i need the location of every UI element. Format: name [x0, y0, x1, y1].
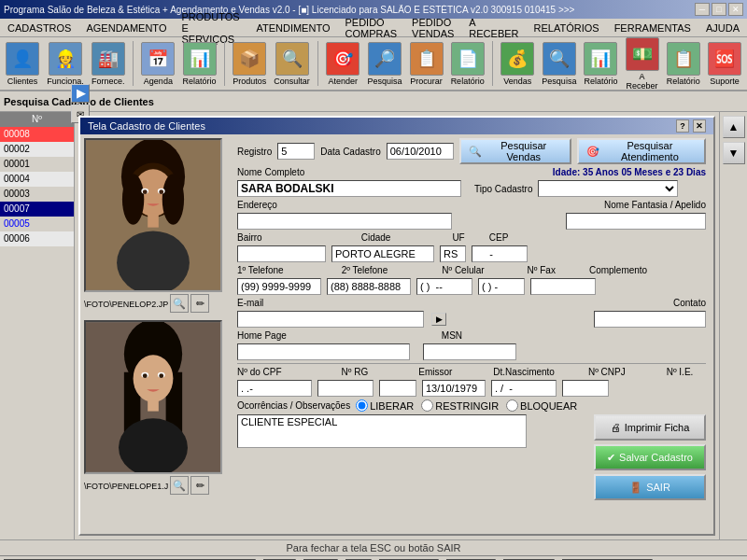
list-item[interactable]: 00002: [0, 142, 74, 157]
uf-input[interactable]: [440, 245, 466, 262]
toolbar-a-receber[interactable]: 💵 A Receber: [624, 35, 661, 92]
list-item[interactable]: 00006: [0, 231, 74, 246]
menu-atendimento[interactable]: ATENDIMENTO: [252, 21, 333, 35]
menu-ajuda[interactable]: AJUDA: [702, 21, 743, 35]
radio-bloquear-input[interactable]: [506, 399, 518, 412]
list-item[interactable]: 00008: [0, 127, 74, 142]
rg-input[interactable]: [317, 380, 374, 397]
toolbar-vendas[interactable]: 💰 Vendas: [499, 40, 536, 88]
ie-label: Nº I.E.: [667, 367, 694, 377]
nome-input[interactable]: [237, 180, 461, 197]
menu-relatorios[interactable]: RELATÓRIOS: [530, 21, 603, 35]
registro-input[interactable]: [277, 143, 315, 160]
app-title: Programa Salão de Beleza & Estética + Ag…: [4, 5, 574, 15]
radio-bloquear[interactable]: BLOQUEAR: [506, 399, 577, 412]
toolbar-fornecedores-label: Fornece.: [92, 77, 125, 86]
toolbar-atender[interactable]: 🎯 Atender: [324, 40, 361, 88]
email-input[interactable]: [237, 311, 424, 328]
cpf-input[interactable]: [237, 380, 312, 397]
pesquisar-vendas-label: Pesquisar Vendas: [486, 140, 562, 162]
photo1-browse-button[interactable]: 🔍: [170, 294, 189, 313]
endereco-input[interactable]: [237, 213, 452, 230]
menu-pedido-compras[interactable]: PEDIDO COMPRAS: [341, 15, 401, 41]
radio-liberar[interactable]: LIBERAR: [356, 399, 414, 412]
emissor-input[interactable]: [379, 380, 416, 397]
toolbar-consultar[interactable]: 🔍 Consultar: [272, 40, 312, 88]
toolbar-agenda[interactable]: 📅 Agenda: [139, 40, 176, 88]
list-item[interactable]: 00005: [0, 217, 74, 231]
photo1-box: [84, 138, 222, 292]
dialog-close-button[interactable]: ✕: [693, 119, 706, 133]
list-header: Nº: [0, 112, 74, 127]
toolbar-relatorio4[interactable]: 📋 Relatório: [665, 40, 702, 88]
photo2-path: \FOTO\PENELOPE1.J: [84, 482, 168, 491]
menu-pedido-vendas[interactable]: PEDIDO VENDAS: [408, 15, 458, 41]
toolbar-clientes[interactable]: 👤 Clientes: [4, 40, 41, 88]
tel1-input[interactable]: [237, 278, 321, 295]
toolbar-pesquisa1-label: Pesquisa: [367, 77, 402, 86]
cidade-input[interactable]: [331, 245, 434, 262]
photo2-browse-button[interactable]: 🔍: [170, 476, 189, 495]
nav-end-btn[interactable]: ✉: [71, 112, 75, 123]
toolbar-procurar[interactable]: 📋 Procurar: [407, 40, 444, 88]
obs-area: CLIENTE ESPECIAL: [237, 414, 581, 448]
salvar-cadastro-button[interactable]: ✔ Salvar Cadastro: [594, 444, 706, 470]
dialog-help-button[interactable]: ?: [676, 119, 689, 133]
toolbar-relatorio1[interactable]: 📊 Relatório: [180, 40, 218, 88]
menu-cadastros[interactable]: CADASTROS: [4, 21, 75, 35]
tipo-cadastro-select[interactable]: [538, 180, 678, 197]
pesquisar-vendas-button[interactable]: 🔍 Pesquisar Vendas: [459, 138, 571, 164]
complemento-input[interactable]: [530, 278, 596, 295]
maximize-button[interactable]: □: [712, 3, 726, 16]
dt-nascimento-input[interactable]: [422, 380, 486, 397]
row-homepage-inputs: [237, 343, 706, 360]
sair-label: SAIR: [646, 482, 670, 493]
email-action-button[interactable]: ▶: [431, 313, 446, 326]
menu-agendamento[interactable]: AGENDAMENTO: [82, 21, 170, 35]
data-cadastro-input[interactable]: [387, 143, 454, 160]
photo2-container: \FOTO\PENELOPE1.J 🔍 ✏: [84, 320, 233, 495]
svg-rect-17: [148, 399, 159, 412]
list-item[interactable]: 00007: [0, 202, 74, 217]
imprimir-ficha-button[interactable]: 🖨 Imprimir Ficha: [594, 414, 706, 441]
cel-input[interactable]: [416, 278, 472, 295]
photo1-edit-button[interactable]: ✏: [190, 294, 209, 313]
list-item[interactable]: 00004: [0, 172, 74, 187]
cep-input[interactable]: [472, 245, 528, 262]
toolbar-pesquisa2[interactable]: 🔍 Pesquisa: [540, 40, 578, 88]
endereco-label: Endereço: [237, 200, 277, 210]
contato-input[interactable]: [594, 311, 706, 328]
bairro-input[interactable]: [237, 245, 326, 262]
msn-input[interactable]: [423, 343, 516, 360]
ie-input[interactable]: [562, 380, 609, 397]
toolbar-pesquisa1[interactable]: 🔎 Pesquisa: [365, 40, 403, 88]
fax-input[interactable]: [478, 278, 525, 295]
obs-textarea[interactable]: CLIENTE ESPECIAL: [237, 414, 527, 448]
toolbar-relatorio3[interactable]: 📊 Relatório: [582, 40, 619, 88]
toolbar-fornecedores[interactable]: 🏭 Fornece.: [90, 40, 127, 88]
toolbar-relatorio2[interactable]: 📄 Relatório: [449, 40, 486, 88]
menu-a-receber[interactable]: A RECEBER: [465, 15, 522, 41]
scroll-up-button[interactable]: ▲: [723, 116, 745, 138]
pesquisar-atendimento-button[interactable]: 🎯 Pesquisar Atendimento: [577, 138, 706, 164]
scroll-down-button[interactable]: ▼: [723, 142, 745, 164]
photo2-edit-button[interactable]: ✏: [190, 476, 209, 495]
sair-button[interactable]: 🚪 SAIR: [594, 474, 706, 500]
nome-fantasia-input[interactable]: [566, 213, 706, 230]
tel2-input[interactable]: [327, 278, 411, 295]
list-item[interactable]: 00003: [0, 187, 74, 202]
toolbar-suporte[interactable]: 🆘 Suporte: [706, 40, 743, 88]
homepage-input[interactable]: [237, 343, 410, 360]
radio-restringir[interactable]: RESTRINGIR: [421, 399, 499, 412]
minimize-button[interactable]: ─: [695, 3, 710, 16]
list-item[interactable]: 00001: [0, 157, 74, 172]
toolbar-funcionarios[interactable]: 👷 Funciona.: [45, 40, 86, 88]
menu-ferramentas[interactable]: FERRAMENTAS: [611, 21, 695, 35]
cnpj-input[interactable]: [491, 380, 557, 397]
radio-restringir-input[interactable]: [421, 399, 433, 412]
close-window-button[interactable]: ✕: [728, 3, 743, 16]
toolbar-produtos[interactable]: 📦 Produtos: [231, 40, 268, 88]
status-bar: PORTO ALEGRE - RS 6 de Abril de 2015 - S…: [0, 555, 747, 560]
radio-liberar-input[interactable]: [356, 399, 368, 412]
row-nome: Nome Completo Idade: 35 Anos 05 Meses e …: [237, 167, 706, 177]
